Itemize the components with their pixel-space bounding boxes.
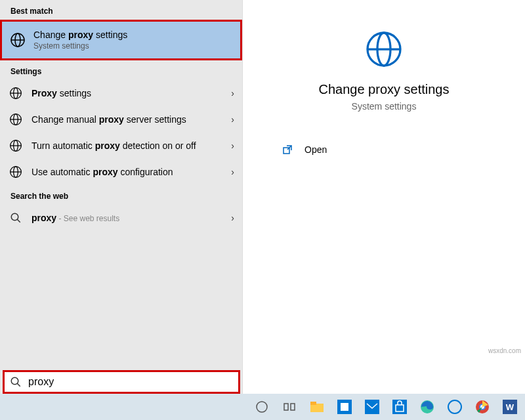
result-title: Proxy settings <box>32 88 226 98</box>
file-explorer-icon[interactable] <box>308 398 326 416</box>
search-bar[interactable] <box>3 370 240 394</box>
task-view-icon[interactable] <box>280 398 299 416</box>
svg-rect-25 <box>284 404 288 410</box>
open-button[interactable]: Open <box>282 144 327 155</box>
globe-icon <box>8 164 24 180</box>
cortana-icon[interactable] <box>253 398 271 416</box>
svg-text:W: W <box>506 402 514 412</box>
section-search-web: Search the web <box>0 185 242 205</box>
globe-icon <box>8 112 24 127</box>
open-label: Open <box>304 144 327 155</box>
globe-icon <box>364 30 404 69</box>
watermark: wsxdn.com <box>488 347 521 354</box>
search-results-panel: Best match Change proxy settings System … <box>0 0 243 394</box>
taskbar: W <box>0 394 525 420</box>
svg-rect-31 <box>365 400 379 414</box>
result-title: Use automatic proxy configuration <box>32 167 226 177</box>
preview-panel: Change proxy settings System settings Op… <box>243 0 525 394</box>
globe-icon <box>10 32 26 48</box>
search-icon <box>10 376 22 388</box>
preview-subtitle: System settings <box>352 101 417 112</box>
svg-point-35 <box>448 400 461 413</box>
store-icon[interactable] <box>390 398 409 416</box>
svg-line-23 <box>17 383 20 387</box>
result-title: proxy - See web results <box>32 213 226 223</box>
result-title: Change manual proxy server settings <box>32 114 226 125</box>
mail-icon[interactable] <box>363 398 381 416</box>
preview-title: Change proxy settings <box>318 82 449 97</box>
open-icon <box>282 144 293 155</box>
word-icon[interactable]: W <box>501 398 519 416</box>
chevron-right-icon: › <box>231 140 234 151</box>
result-settings-item[interactable]: Change manual proxy server settings › <box>0 106 242 133</box>
chrome-icon[interactable] <box>473 398 492 416</box>
svg-line-16 <box>17 219 20 222</box>
section-settings: Settings <box>0 60 242 80</box>
chevron-right-icon: › <box>231 88 234 98</box>
result-subtitle: System settings <box>33 41 232 51</box>
chevron-right-icon: › <box>231 213 234 223</box>
svg-rect-30 <box>341 403 348 411</box>
section-best-match: Best match <box>0 0 242 20</box>
svg-point-24 <box>257 402 267 412</box>
svg-point-22 <box>11 377 18 385</box>
dell-icon[interactable] <box>446 398 464 416</box>
chevron-right-icon: › <box>231 114 234 125</box>
globe-icon <box>8 138 24 154</box>
result-settings-item[interactable]: Use automatic proxy configuration › <box>0 159 242 185</box>
globe-icon <box>8 85 24 101</box>
svg-rect-28 <box>310 402 316 405</box>
search-icon <box>8 210 24 226</box>
result-settings-item[interactable]: Proxy settings › <box>0 80 242 106</box>
svg-point-15 <box>11 213 18 220</box>
result-title: Change proxy settings <box>33 30 232 40</box>
edge-icon[interactable] <box>418 398 436 416</box>
search-input[interactable] <box>28 376 233 388</box>
app-icon[interactable] <box>335 398 354 416</box>
result-settings-item[interactable]: Turn automatic proxy detection on or off… <box>0 133 242 159</box>
result-title: Turn automatic proxy detection on or off <box>32 140 226 151</box>
svg-rect-26 <box>291 404 295 410</box>
result-web-proxy[interactable]: proxy - See web results › <box>0 205 242 231</box>
result-change-proxy-settings[interactable]: Change proxy settings System settings <box>0 20 242 60</box>
chevron-right-icon: › <box>231 167 234 177</box>
